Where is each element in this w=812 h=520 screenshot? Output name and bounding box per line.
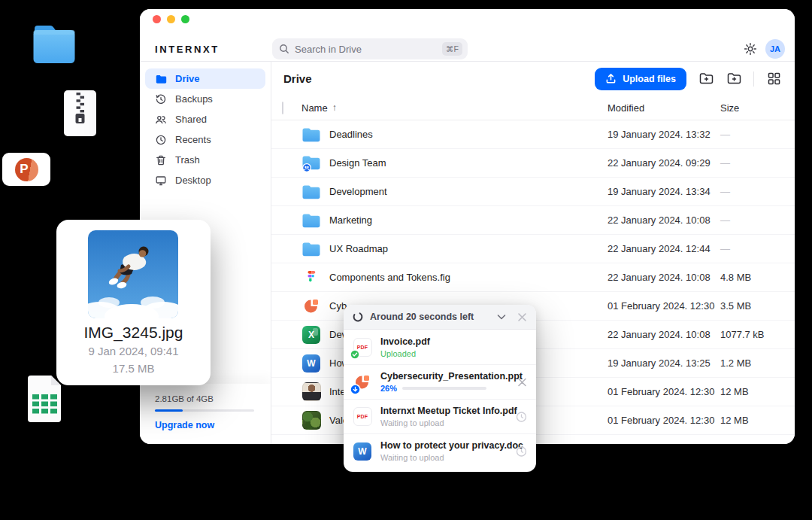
powerpoint-logo: P [15, 158, 38, 181]
table-row[interactable]: Components and Tokens.fig 22 January 202… [271, 263, 795, 292]
gear-icon [744, 42, 757, 56]
sidebar-item-desktop[interactable]: Desktop [145, 170, 265, 190]
powerpoint-file-icon [301, 296, 321, 316]
create-folder-button[interactable] [726, 71, 742, 87]
sidebar-item-label: Drive [175, 73, 200, 84]
blue-folder-icon [155, 73, 167, 85]
file-modified: 22 January 2024. 10:08 [607, 214, 720, 226]
sidebar-item-label: Desktop [175, 175, 211, 186]
column-header-name[interactable]: Name ↑ [301, 102, 607, 114]
upload-item[interactable]: W How to protect your privacy.doc Waitin… [344, 433, 536, 468]
excel-file-icon: X [302, 326, 320, 344]
table-row[interactable]: Development 19 January 2024. 13:34 — [271, 178, 795, 206]
magnifier-icon [279, 44, 289, 54]
table-row[interactable]: UX Roadmap 22 January 2024. 12:44 — [271, 235, 795, 263]
file-size: 12 MB [720, 415, 795, 426]
download-badge-icon [350, 384, 361, 395]
photo-plant-thumbnail [302, 411, 321, 430]
close-window-button[interactable] [153, 15, 161, 23]
preview-date: 9 Jan 2024, 09:41 [56, 345, 211, 357]
upload-progress-bar [402, 387, 486, 390]
upgrade-link[interactable]: Upgrade now [155, 420, 256, 430]
upload-status: Uploaded [380, 349, 430, 358]
file-name: Design Team [329, 157, 386, 169]
upload-file-name: How to protect your privacy.doc [380, 440, 523, 451]
sidebar-item-label: Recents [175, 134, 211, 145]
upload-file-name: Cybersecurity_Presentation.ppt [380, 371, 523, 382]
chevron-down-icon[interactable] [496, 312, 507, 322]
file-size: — [720, 214, 795, 226]
upload-progress-popup: Around 20 seconds left PDF Invoice.pdf U… [344, 305, 536, 472]
file-name: Components and Tokens.fig [329, 272, 450, 283]
sidebar-item-recents[interactable]: Recents [145, 129, 265, 150]
sidebar-item-trash[interactable]: Trash [145, 150, 265, 170]
cancel-upload-icon[interactable] [517, 377, 527, 387]
storage-bar [155, 409, 254, 412]
desktop-blue-folder-icon[interactable] [29, 20, 80, 67]
file-modified: 22 January 2024. 12:44 [607, 243, 720, 254]
file-size: 12 MB [720, 386, 795, 397]
backup-restore-icon [155, 93, 167, 105]
image-preview-card[interactable]: IMG_3245.jpg 9 Jan 2024, 09:41 17.5 MB [56, 220, 211, 385]
sidebar-item-backups[interactable]: Backups [145, 89, 265, 109]
upload-time-remaining: Around 20 seconds left [370, 312, 474, 322]
column-header-modified[interactable]: Modified [607, 102, 720, 114]
sidebar-item-label: Shared [175, 114, 207, 125]
upload-status: Waiting to upload [380, 453, 523, 462]
select-all-checkbox[interactable] [282, 102, 283, 114]
table-row[interactable]: Design Team 22 January 2024. 09:29 — [271, 149, 795, 178]
clock-icon [155, 134, 167, 146]
file-modified: 01 February 2024. 12:30 [607, 300, 720, 312]
table-row[interactable]: Marketing 22 January 2024. 10:08 — [271, 206, 795, 235]
preview-size: 17.5 MB [56, 362, 211, 375]
sidebar-item-drive[interactable]: Drive [145, 68, 265, 89]
column-header-size[interactable]: Size [720, 102, 795, 114]
blue-folder-icon [301, 239, 321, 259]
file-size: — [720, 157, 795, 169]
settings-button[interactable] [744, 42, 757, 56]
file-modified: 22 January 2024. 10:08 [607, 272, 720, 283]
sidebar-item-shared[interactable]: Shared [145, 109, 265, 129]
close-icon[interactable] [517, 312, 527, 322]
upload-arrow-icon [605, 73, 617, 84]
upload-item[interactable]: Cybersecurity_Presentation.ppt 26% [344, 364, 536, 399]
file-size: — [720, 129, 795, 140]
pdf-file-icon: PDF [353, 407, 372, 426]
file-size: — [720, 186, 795, 197]
photo-thumbnail [88, 230, 178, 318]
people-icon [155, 114, 167, 126]
file-modified: 22 January 2024. 09:29 [607, 157, 720, 169]
powerpoint-app-icon[interactable]: P [2, 153, 50, 186]
folder-plus-icon [726, 71, 742, 87]
traffic-lights [153, 15, 189, 23]
file-size: — [720, 243, 795, 254]
upload-percent: 26% [380, 384, 397, 393]
avatar[interactable]: JA [765, 39, 785, 59]
upload-files-button[interactable]: Upload files [595, 68, 686, 90]
table-header: Name ↑ Modified Size [271, 96, 795, 120]
internxt-logo: INTERNXT [155, 44, 220, 55]
upload-folder-button[interactable] [698, 71, 714, 87]
storage-fill [155, 409, 183, 412]
zip-file-icon[interactable] [63, 90, 97, 137]
spinner-icon [353, 312, 363, 322]
window-header: INTERNXT Search in Drive ⌘F JA [140, 9, 795, 62]
file-name: Deadlines [329, 129, 373, 140]
grid-view-button[interactable] [765, 71, 782, 87]
clock-icon [516, 411, 527, 422]
search-placeholder: Search in Drive [295, 44, 362, 55]
upload-item[interactable]: PDF Internxt Meetup Ticket Info.pdf Wait… [344, 399, 536, 433]
upload-status: Waiting to upload [380, 418, 517, 427]
minimize-window-button[interactable] [167, 15, 175, 23]
table-row[interactable]: Deadlines 19 January 2024. 13:32 — [271, 120, 795, 149]
search-input[interactable]: Search in Drive ⌘F [272, 38, 468, 59]
file-modified: 01 February 2024. 12:30 [607, 386, 720, 397]
maximize-window-button[interactable] [181, 15, 189, 23]
toolbar-separator [753, 71, 754, 87]
spreadsheet-file-icon[interactable] [25, 374, 62, 424]
upload-item[interactable]: PDF Invoice.pdf Uploaded [344, 330, 536, 364]
sidebar-item-label: Backups [175, 93, 213, 105]
page-title: Drive [283, 72, 312, 85]
grid-view-icon [767, 71, 781, 86]
folder-upload-icon [698, 71, 714, 87]
